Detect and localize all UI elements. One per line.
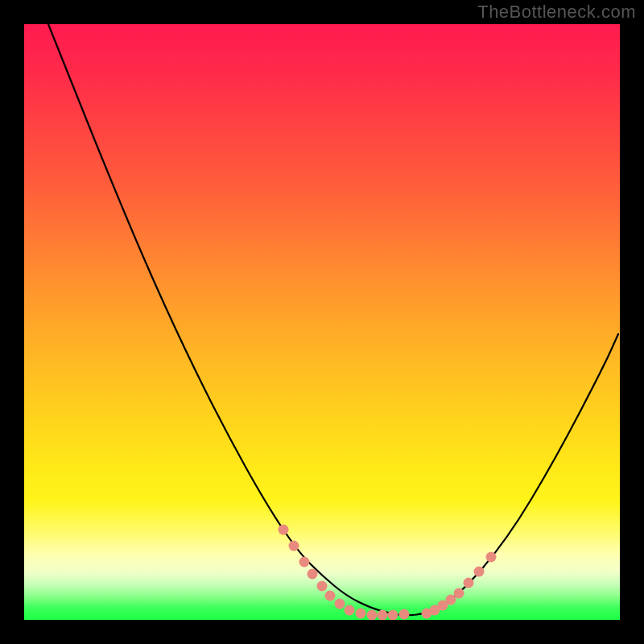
curve-marker	[388, 610, 398, 621]
chart-frame: TheBottleneck.com	[0, 0, 644, 644]
curve-marker	[335, 599, 345, 609]
watermark-text: TheBottleneck.com	[477, 2, 636, 23]
bottleneck-curve	[48, 24, 618, 615]
curve-marker	[345, 605, 355, 616]
curve-marker	[367, 610, 378, 621]
curve-marker	[356, 609, 366, 619]
curve-marker	[474, 567, 485, 577]
curve-svg	[24, 24, 620, 620]
curve-marker	[399, 609, 410, 620]
curve-marker	[308, 569, 318, 580]
curve-marker	[317, 581, 328, 592]
curve-marker	[464, 578, 474, 588]
curve-marker	[289, 541, 299, 551]
curve-marker	[325, 591, 336, 601]
curve-marker	[454, 588, 464, 599]
curve-marker	[486, 552, 497, 563]
marker-cluster-left	[279, 525, 410, 621]
plot-area	[24, 24, 620, 620]
curve-marker	[299, 557, 310, 568]
curve-marker	[378, 610, 388, 621]
marker-cluster-right	[422, 552, 497, 619]
curve-marker	[279, 525, 289, 535]
